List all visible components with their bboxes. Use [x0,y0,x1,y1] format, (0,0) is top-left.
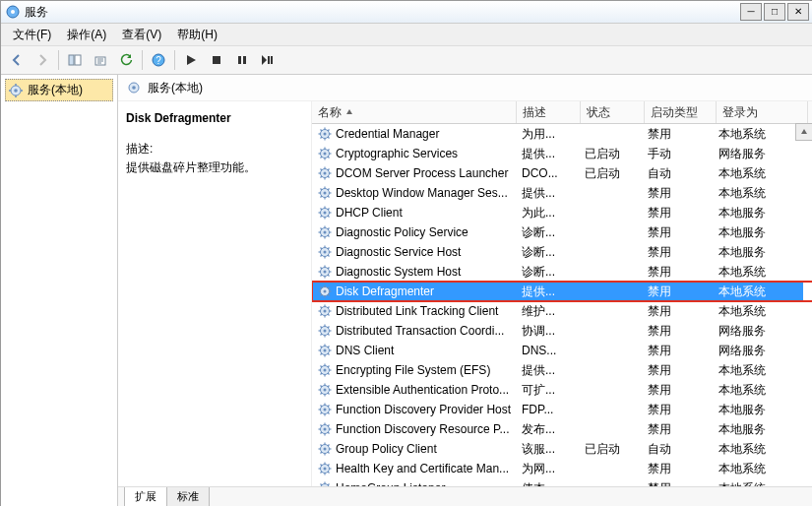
svg-line-157 [328,393,330,395]
gear-icon [318,324,332,338]
svg-line-208 [328,484,330,486]
service-row[interactable]: Diagnostic Policy Service诊断...禁用本地服务 [312,222,812,242]
col-header-name[interactable]: 名称 [312,101,517,123]
svg-line-178 [328,425,330,427]
menu-help[interactable]: 帮助(H) [171,25,223,45]
export-button[interactable] [89,48,112,72]
service-row[interactable]: Function Discovery Resource P...发布...禁用本… [312,419,812,439]
service-row[interactable]: Cryptographic Services提供...已启动手动网络服务 [312,144,812,163]
service-row[interactable]: Desktop Window Manager Ses...提供...禁用本地系统 [312,183,812,203]
gear-icon [318,462,332,475]
service-desc: 提供... [516,144,579,163]
tree-pane: 服务(本地) [1,75,118,506]
service-logon: 网络服务 [713,321,803,341]
menu-file[interactable]: 文件(F) [7,25,57,45]
service-row[interactable]: DHCP Client为此...禁用本地服务 [312,203,812,222]
svg-line-86 [321,248,323,250]
service-logon: 本地系统 [713,301,803,321]
service-name: Credential Manager [336,127,439,141]
tree-root-services[interactable]: 服务(本地) [5,79,113,101]
svg-line-89 [321,255,323,257]
service-logon: 本地服务 [713,400,803,419]
service-row[interactable]: Health Key and Certificate Man...为网...禁用… [312,459,812,478]
restart-service-button[interactable] [256,48,280,72]
service-status [579,282,642,301]
svg-line-147 [328,373,330,375]
service-desc: 为此... [516,203,579,222]
svg-line-206 [321,484,323,486]
gear-icon [318,265,332,279]
service-row[interactable]: Credential Manager为用...禁用本地系统 [312,124,812,144]
stop-service-button[interactable] [205,48,228,72]
service-row[interactable]: Diagnostic System Host诊断...禁用本地系统 [312,262,812,282]
help-button[interactable]: ? [147,48,170,72]
gear-icon [318,403,332,416]
service-row[interactable]: Function Discovery Provider HostFDP...禁用… [312,400,812,419]
col-header-logon[interactable]: 登录为 [717,101,808,123]
service-desc: 使本... [516,478,579,486]
service-status [579,400,642,419]
scroll-up-button[interactable] [795,123,812,141]
minimize-button[interactable]: ─ [740,3,762,21]
service-row[interactable]: Encrypting File System (EFS)提供...禁用本地系统 [312,360,812,380]
service-row[interactable]: Diagnostic Service Host诊断...禁用本地服务 [312,242,812,262]
gear-icon [8,83,24,98]
svg-line-78 [328,228,330,230]
svg-point-41 [324,172,327,175]
show-hide-tree-button[interactable] [63,48,87,72]
service-status [579,419,642,439]
svg-line-49 [321,176,323,178]
svg-text:?: ? [156,55,161,66]
menu-view[interactable]: 查看(V) [116,25,167,45]
svg-line-119 [321,314,323,316]
tab-extended[interactable]: 扩展 [124,487,167,506]
service-status [579,301,642,321]
service-row[interactable]: DCOM Server Process LauncherDCO...已启动自动本… [312,163,812,183]
service-name: Extensible Authentication Proto... [336,383,509,397]
service-startup: 禁用 [642,282,713,301]
col-header-startup[interactable]: 启动类型 [645,101,717,123]
close-button[interactable]: ✕ [787,3,809,21]
service-row[interactable]: Disk Defragmenter提供...禁用本地系统 [312,282,812,301]
back-button[interactable] [5,48,29,72]
gear-icon [318,363,332,377]
svg-line-128 [328,327,330,329]
service-desc: FDP... [516,400,579,419]
service-startup: 禁用 [642,321,713,341]
service-row[interactable]: Distributed Link Tracking Client维护...禁用本… [312,301,812,321]
service-row[interactable]: Group Policy Client该服...已启动自动本地系统 [312,439,812,459]
service-name: DCOM Server Process Launcher [336,166,508,180]
service-row[interactable]: Distributed Transaction Coordi...协调...禁用… [312,321,812,341]
svg-line-69 [321,216,323,218]
service-row[interactable]: DNS ClientDNS...禁用网络服务 [312,341,812,360]
titlebar: 服务 ─ □ ✕ [1,1,812,24]
pause-service-button[interactable] [230,48,254,72]
service-logon: 本地系统 [713,282,803,301]
tab-standard[interactable]: 标准 [166,487,210,506]
svg-point-131 [324,349,327,352]
description-label: 描述: [126,141,303,158]
svg-rect-10 [268,56,270,64]
service-logon: 本地服务 [713,203,803,222]
refresh-button[interactable] [114,48,138,72]
start-service-button[interactable] [179,48,203,72]
menu-action[interactable]: 操作(A) [61,25,112,45]
svg-point-171 [324,428,327,431]
service-desc: 诊断... [516,262,579,282]
pane-title: 服务(本地) [148,80,203,96]
svg-line-77 [328,235,330,237]
app-icon [5,4,21,20]
service-row[interactable]: HomeGroup Listener使本...禁用本地系统 [312,478,812,486]
service-startup: 禁用 [642,203,713,222]
svg-line-146 [321,366,323,368]
forward-button[interactable] [31,48,54,72]
service-startup: 禁用 [642,400,713,419]
service-status: 已启动 [579,144,642,163]
service-row[interactable]: Extensible Authentication Proto...可扩...禁… [312,380,812,400]
svg-point-31 [324,153,327,156]
col-header-status[interactable]: 状态 [581,101,645,123]
maximize-button[interactable]: □ [764,3,785,21]
col-header-desc[interactable]: 描述 [517,101,581,123]
service-name: Diagnostic System Host [336,265,461,279]
svg-line-56 [321,189,323,191]
